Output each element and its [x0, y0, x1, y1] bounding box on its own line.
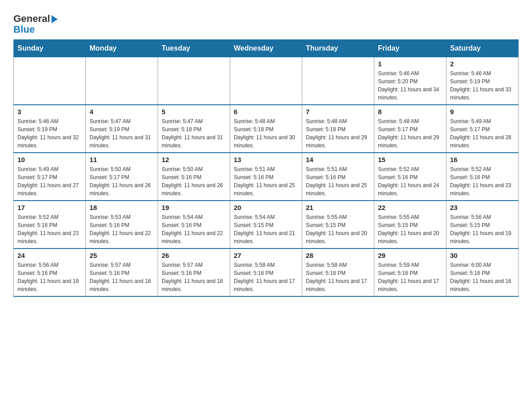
day-info: Sunrise: 5:54 AMSunset: 5:15 PMDaylight:…: [234, 213, 298, 245]
day-number: 21: [306, 204, 370, 211]
calendar-cell: 20Sunrise: 5:54 AMSunset: 5:15 PMDayligh…: [230, 201, 302, 248]
day-number: 2: [450, 60, 515, 68]
calendar-cell: 29Sunrise: 5:59 AMSunset: 5:16 PMDayligh…: [374, 248, 446, 296]
day-info: Sunrise: 5:56 AMSunset: 5:15 PMDaylight:…: [450, 213, 515, 245]
day-info: Sunrise: 5:52 AMSunset: 5:16 PMDaylight:…: [17, 213, 82, 245]
calendar-cell: 9Sunrise: 5:49 AMSunset: 5:17 PMDaylight…: [446, 105, 519, 153]
calendar-cell: 22Sunrise: 5:55 AMSunset: 5:15 PMDayligh…: [374, 201, 446, 248]
day-info: Sunrise: 5:54 AMSunset: 5:16 PMDaylight:…: [162, 213, 226, 245]
weekday-header-monday: Monday: [86, 40, 158, 57]
calendar-week-1: 1Sunrise: 5:46 AMSunset: 5:20 PMDaylight…: [14, 57, 519, 105]
calendar-cell: [158, 57, 230, 105]
calendar-cell: 7Sunrise: 5:48 AMSunset: 5:18 PMDaylight…: [302, 105, 374, 153]
calendar-cell: 18Sunrise: 5:53 AMSunset: 5:16 PMDayligh…: [86, 201, 158, 248]
day-info: Sunrise: 5:46 AMSunset: 5:20 PMDaylight:…: [378, 69, 442, 102]
day-info: Sunrise: 5:56 AMSunset: 5:16 PMDaylight:…: [17, 261, 82, 293]
calendar-cell: 13Sunrise: 5:51 AMSunset: 5:16 PMDayligh…: [230, 153, 302, 201]
calendar-cell: 16Sunrise: 5:52 AMSunset: 5:16 PMDayligh…: [446, 153, 519, 201]
day-number: 25: [90, 252, 154, 259]
day-info: Sunrise: 5:50 AMSunset: 5:16 PMDaylight:…: [162, 165, 226, 197]
day-number: 5: [162, 108, 226, 116]
day-number: 1: [378, 60, 442, 68]
calendar-cell: 25Sunrise: 5:57 AMSunset: 5:16 PMDayligh…: [86, 248, 158, 296]
calendar-week-3: 10Sunrise: 5:49 AMSunset: 5:17 PMDayligh…: [14, 153, 519, 201]
calendar-table: SundayMondayTuesdayWednesdayThursdayFrid…: [13, 39, 519, 297]
day-number: 23: [450, 204, 515, 211]
calendar-cell: 2Sunrise: 5:46 AMSunset: 5:19 PMDaylight…: [446, 57, 519, 105]
day-info: Sunrise: 5:51 AMSunset: 5:16 PMDaylight:…: [234, 165, 298, 197]
day-info: Sunrise: 5:48 AMSunset: 5:17 PMDaylight:…: [378, 117, 442, 150]
weekday-header-saturday: Saturday: [446, 40, 519, 57]
day-info: Sunrise: 5:51 AMSunset: 5:16 PMDaylight:…: [306, 165, 370, 197]
day-info: Sunrise: 5:55 AMSunset: 5:15 PMDaylight:…: [378, 213, 442, 245]
day-info: Sunrise: 5:55 AMSunset: 5:15 PMDaylight:…: [306, 213, 370, 245]
calendar-cell: 26Sunrise: 5:57 AMSunset: 5:16 PMDayligh…: [158, 248, 230, 296]
calendar-header-row: SundayMondayTuesdayWednesdayThursdayFrid…: [14, 40, 519, 57]
day-number: 3: [17, 108, 82, 116]
calendar-cell: 15Sunrise: 5:52 AMSunset: 5:16 PMDayligh…: [374, 153, 446, 201]
calendar-cell: 10Sunrise: 5:49 AMSunset: 5:17 PMDayligh…: [14, 153, 86, 201]
day-number: 12: [162, 156, 226, 163]
day-info: Sunrise: 5:59 AMSunset: 5:16 PMDaylight:…: [378, 261, 442, 293]
calendar-cell: 5Sunrise: 5:47 AMSunset: 5:18 PMDaylight…: [158, 105, 230, 153]
day-info: Sunrise: 5:52 AMSunset: 5:16 PMDaylight:…: [450, 165, 515, 197]
page-header: General Blue: [13, 9, 519, 35]
day-info: Sunrise: 5:50 AMSunset: 5:17 PMDaylight:…: [90, 165, 154, 197]
calendar-cell: 21Sunrise: 5:55 AMSunset: 5:15 PMDayligh…: [302, 201, 374, 248]
calendar-cell: 30Sunrise: 6:00 AMSunset: 5:16 PMDayligh…: [446, 248, 519, 296]
day-number: 20: [234, 204, 298, 211]
day-number: 14: [306, 156, 370, 163]
day-number: 16: [450, 156, 515, 163]
calendar-cell: 14Sunrise: 5:51 AMSunset: 5:16 PMDayligh…: [302, 153, 374, 201]
weekday-header-tuesday: Tuesday: [158, 40, 230, 57]
day-info: Sunrise: 5:48 AMSunset: 5:18 PMDaylight:…: [306, 117, 370, 150]
calendar-week-4: 17Sunrise: 5:52 AMSunset: 5:16 PMDayligh…: [14, 201, 519, 248]
calendar-cell: 28Sunrise: 5:58 AMSunset: 5:16 PMDayligh…: [302, 248, 374, 296]
day-info: Sunrise: 5:57 AMSunset: 5:16 PMDaylight:…: [162, 261, 226, 293]
calendar-cell: 11Sunrise: 5:50 AMSunset: 5:17 PMDayligh…: [86, 153, 158, 201]
calendar-week-5: 24Sunrise: 5:56 AMSunset: 5:16 PMDayligh…: [14, 248, 519, 296]
day-number: 22: [378, 204, 442, 211]
weekday-header-wednesday: Wednesday: [230, 40, 302, 57]
day-info: Sunrise: 5:57 AMSunset: 5:16 PMDaylight:…: [90, 261, 154, 293]
day-number: 29: [378, 252, 442, 259]
calendar-cell: 27Sunrise: 5:58 AMSunset: 5:16 PMDayligh…: [230, 248, 302, 296]
calendar-cell: 4Sunrise: 5:47 AMSunset: 5:19 PMDaylight…: [86, 105, 158, 153]
day-info: Sunrise: 5:46 AMSunset: 5:19 PMDaylight:…: [450, 69, 515, 102]
day-info: Sunrise: 5:47 AMSunset: 5:18 PMDaylight:…: [162, 117, 226, 150]
day-number: 7: [306, 108, 370, 116]
logo-general-text: General: [13, 13, 50, 24]
calendar-cell: 6Sunrise: 5:48 AMSunset: 5:18 PMDaylight…: [230, 105, 302, 153]
day-info: Sunrise: 6:00 AMSunset: 5:16 PMDaylight:…: [450, 261, 515, 293]
day-number: 18: [90, 204, 154, 211]
logo-blue-text: Blue: [13, 24, 58, 35]
calendar-cell: 17Sunrise: 5:52 AMSunset: 5:16 PMDayligh…: [14, 201, 86, 248]
day-number: 26: [162, 252, 226, 259]
day-number: 4: [90, 108, 154, 116]
day-number: 30: [450, 252, 515, 259]
day-number: 8: [378, 108, 442, 116]
calendar-cell: 12Sunrise: 5:50 AMSunset: 5:16 PMDayligh…: [158, 153, 230, 201]
day-number: 13: [234, 156, 298, 163]
logo-triangle-icon: [51, 15, 58, 23]
weekday-header-friday: Friday: [374, 40, 446, 57]
weekday-header-sunday: Sunday: [14, 40, 86, 57]
day-number: 6: [234, 108, 298, 116]
calendar-week-2: 3Sunrise: 5:46 AMSunset: 5:19 PMDaylight…: [14, 105, 519, 153]
day-number: 10: [17, 156, 82, 163]
day-number: 17: [17, 204, 82, 211]
day-info: Sunrise: 5:53 AMSunset: 5:16 PMDaylight:…: [90, 213, 154, 245]
day-number: 28: [306, 252, 370, 259]
calendar-cell: 1Sunrise: 5:46 AMSunset: 5:20 PMDaylight…: [374, 57, 446, 105]
calendar-cell: 3Sunrise: 5:46 AMSunset: 5:19 PMDaylight…: [14, 105, 86, 153]
calendar-cell: [14, 57, 86, 105]
day-info: Sunrise: 5:49 AMSunset: 5:17 PMDaylight:…: [450, 117, 515, 150]
day-number: 19: [162, 204, 226, 211]
day-number: 27: [234, 252, 298, 259]
day-info: Sunrise: 5:47 AMSunset: 5:19 PMDaylight:…: [90, 117, 154, 150]
logo: General Blue: [13, 9, 58, 35]
calendar-cell: 8Sunrise: 5:48 AMSunset: 5:17 PMDaylight…: [374, 105, 446, 153]
calendar-cell: [302, 57, 374, 105]
calendar-cell: 23Sunrise: 5:56 AMSunset: 5:15 PMDayligh…: [446, 201, 519, 248]
calendar-cell: 24Sunrise: 5:56 AMSunset: 5:16 PMDayligh…: [14, 248, 86, 296]
